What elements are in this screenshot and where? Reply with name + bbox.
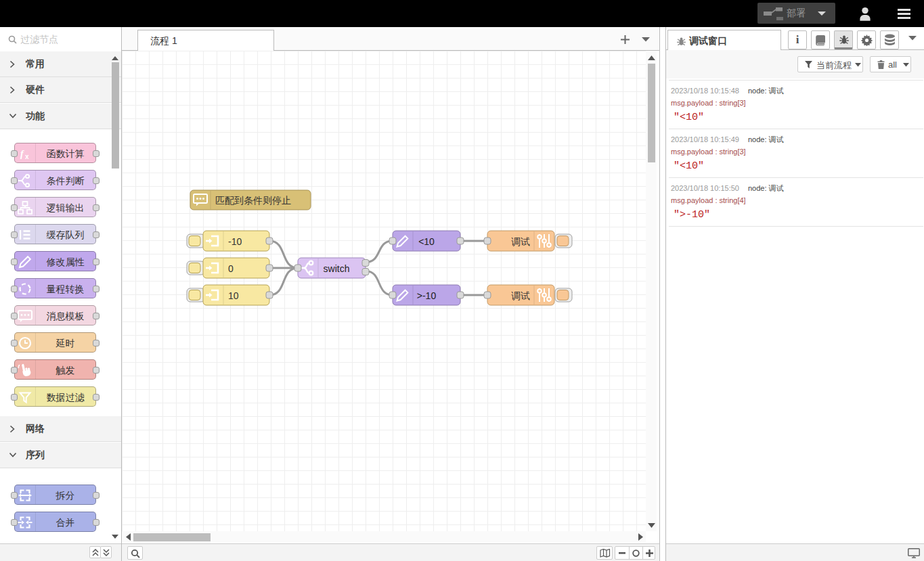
svg-text:调试: 调试	[511, 236, 530, 247]
svg-text:10: 10	[228, 290, 239, 301]
svg-text:0: 0	[228, 263, 234, 274]
svg-text:switch: switch	[324, 263, 350, 274]
svg-text:<10: <10	[418, 236, 435, 247]
svg-text:>-10: >-10	[417, 290, 437, 301]
svg-text:f: f	[20, 149, 24, 159]
svg-text:调试: 调试	[511, 290, 530, 301]
svg-text:-10: -10	[228, 236, 242, 247]
svg-text:匹配到条件则停止: 匹配到条件则停止	[215, 195, 291, 206]
svg-text:x: x	[25, 153, 29, 160]
